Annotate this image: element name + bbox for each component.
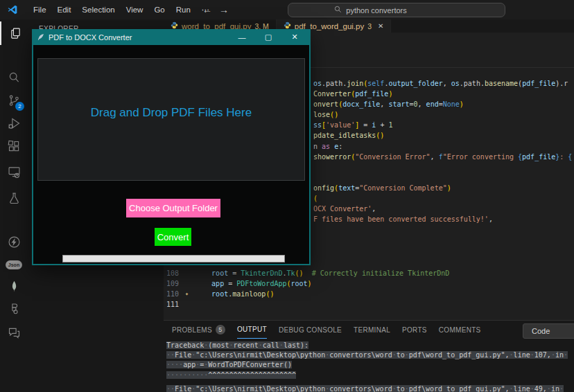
bottom-panel: PROBLEMS 5 OUTPUT DEBUG CONSOLE TERMINAL… bbox=[164, 320, 574, 392]
explorer-icon[interactable] bbox=[0, 21, 29, 45]
command-center-search[interactable]: python convertors bbox=[288, 3, 505, 17]
code-line: pdate_idletasks() bbox=[313, 130, 572, 141]
code-line: root.mainloop() bbox=[195, 289, 574, 299]
code-line: ss['value'] = i + 1 bbox=[313, 120, 572, 130]
progress-bar bbox=[62, 255, 285, 262]
vscode-logo-icon bbox=[7, 4, 18, 15]
code-line: 111 bbox=[164, 299, 574, 310]
code-line: ( bbox=[313, 193, 572, 204]
code-line bbox=[313, 162, 572, 172]
choose-output-folder-button[interactable]: Choose Output Folder bbox=[126, 199, 220, 217]
output-channel-selector[interactable]: Code bbox=[523, 323, 574, 339]
figma-icon[interactable] bbox=[0, 297, 28, 321]
code-line: os.path.join(self.output_folder, os.path… bbox=[313, 78, 572, 89]
code-visible-right: os.path.join(self.output_folder, os.path… bbox=[313, 78, 572, 224]
thunder-client-icon[interactable] bbox=[0, 230, 28, 253]
code-bottom-lines: 108 root = TkinterDnD.Tk() # Correctly i… bbox=[164, 268, 574, 310]
output-line: ··File·"c:\Users\nirmit\Desktop\python·c… bbox=[166, 350, 568, 360]
output-line: ····app·=·WordToPDFConverter() bbox=[166, 360, 568, 370]
code-line bbox=[195, 299, 574, 310]
run-debug-icon[interactable] bbox=[0, 112, 28, 135]
code-line bbox=[313, 172, 572, 183]
convert-button[interactable]: Convert bbox=[155, 228, 191, 246]
copilot-sparkle-icon bbox=[179, 278, 195, 289]
titlebar: File Edit Selection View Go Run ⋯ ← → py… bbox=[0, 0, 574, 19]
close-icon[interactable]: ✕ bbox=[378, 22, 383, 30]
tk-titlebar[interactable]: PDF to DOCX Converter — ▢ ✕ bbox=[32, 29, 311, 45]
close-icon[interactable]: ✕ bbox=[281, 29, 308, 45]
back-arrow-icon[interactable]: ← bbox=[202, 4, 212, 15]
output-line: ··········^^^^^^^^^^^^^^^^^^^^^ bbox=[166, 371, 568, 380]
output-console[interactable]: Traceback·(most·recent·call·last):··File… bbox=[166, 341, 568, 392]
code-line: onfig(text="Conversion Complete") bbox=[313, 183, 572, 193]
history-navigation: ← → bbox=[202, 0, 229, 19]
minimize-icon[interactable]: — bbox=[229, 29, 255, 45]
tab-output[interactable]: OUTPUT bbox=[237, 321, 267, 339]
code-line: onvert(docx_file, start=0, end=None) bbox=[313, 99, 572, 109]
tab-debug-console[interactable]: DEBUG CONSOLE bbox=[279, 321, 342, 339]
forward-arrow-icon[interactable]: → bbox=[219, 4, 229, 15]
code-line: 109 app = PDFtoWordApp(root) bbox=[164, 278, 574, 289]
source-control-icon[interactable]: 2 bbox=[0, 89, 28, 112]
search-value: python convertors bbox=[346, 6, 406, 15]
code-line: n as e: bbox=[313, 141, 572, 152]
code-line: root = TkinterDnD.Tk() # Correctly initi… bbox=[195, 268, 574, 278]
line-number: 110 bbox=[164, 289, 179, 299]
menu-selection[interactable]: Selection bbox=[76, 0, 120, 19]
code-line: Converter(pdf_file) bbox=[313, 89, 572, 99]
tk-window-body: Drag and Drop PDF Files Here Choose Outp… bbox=[32, 45, 311, 265]
tk-window-title: PDF to DOCX Converter bbox=[49, 33, 132, 42]
tk-window[interactable]: PDF to DOCX Converter — ▢ ✕ Drag and Dro… bbox=[32, 29, 311, 265]
tk-window-controls: — ▢ ✕ bbox=[229, 29, 308, 45]
line-number: 109 bbox=[164, 278, 179, 289]
line-number: 108 bbox=[164, 268, 179, 278]
code-line: OCX Converter', bbox=[313, 204, 572, 214]
line-number: 111 bbox=[164, 299, 179, 310]
activity-bar: 2 Json bbox=[0, 19, 28, 392]
code-line: showerror("Conversion Error", f"Error co… bbox=[313, 152, 572, 162]
vscode-window: File Edit Selection View Go Run ⋯ ← → py… bbox=[0, 0, 574, 392]
copilot-sparkle-icon[interactable]: ✦ bbox=[179, 289, 195, 299]
menu-view[interactable]: View bbox=[121, 0, 149, 19]
menu-file[interactable]: File bbox=[28, 0, 52, 19]
tab-problems[interactable]: PROBLEMS 5 bbox=[172, 321, 225, 339]
tab-terminal[interactable]: TERMINAL bbox=[354, 321, 390, 339]
feather-app-icon bbox=[37, 33, 44, 41]
panel-tab-bar: PROBLEMS 5 OUTPUT DEBUG CONSOLE TERMINAL… bbox=[172, 321, 481, 339]
testing-icon[interactable] bbox=[0, 186, 28, 210]
mongodb-icon[interactable] bbox=[0, 274, 28, 298]
menu-bar: File Edit Selection View Go Run ⋯ bbox=[28, 0, 215, 19]
copilot-sparkle-icon bbox=[179, 268, 195, 278]
remote-explorer-icon[interactable] bbox=[0, 160, 28, 184]
source-control-badge: 2 bbox=[15, 102, 24, 111]
code-line: 110✦ root.mainloop() bbox=[164, 289, 574, 299]
code-line: app = PDFtoWordApp(root) bbox=[195, 278, 574, 289]
tab-decoration: 3 bbox=[367, 22, 372, 30]
menu-go[interactable]: Go bbox=[148, 0, 170, 19]
menu-edit[interactable]: Edit bbox=[52, 0, 77, 19]
maximize-icon[interactable]: ▢ bbox=[255, 29, 281, 45]
search-icon bbox=[334, 6, 342, 15]
output-line: Traceback·(most·recent·call·last): bbox=[166, 341, 568, 350]
extensions-icon[interactable] bbox=[0, 134, 28, 158]
code-line: 108 root = TkinterDnD.Tk() # Correctly i… bbox=[164, 268, 574, 278]
comments-icon[interactable] bbox=[0, 321, 28, 344]
tab-ports[interactable]: PORTS bbox=[402, 321, 427, 339]
problems-badge: 5 bbox=[216, 325, 225, 335]
code-line: lose() bbox=[313, 109, 572, 120]
menu-run[interactable]: Run bbox=[171, 0, 196, 19]
code-line: F files have been converted successfully… bbox=[313, 214, 572, 224]
tab-comments[interactable]: COMMENTS bbox=[439, 321, 481, 339]
search-sidebar-icon[interactable] bbox=[0, 65, 28, 89]
output-line: ··File·"c:\Users\nirmit\Desktop\python·c… bbox=[166, 384, 568, 392]
json-tools-icon[interactable]: Json bbox=[0, 253, 28, 276]
drop-zone-label: Drag and Drop PDF Files Here bbox=[33, 106, 309, 120]
copilot-sparkle-icon bbox=[179, 299, 195, 310]
